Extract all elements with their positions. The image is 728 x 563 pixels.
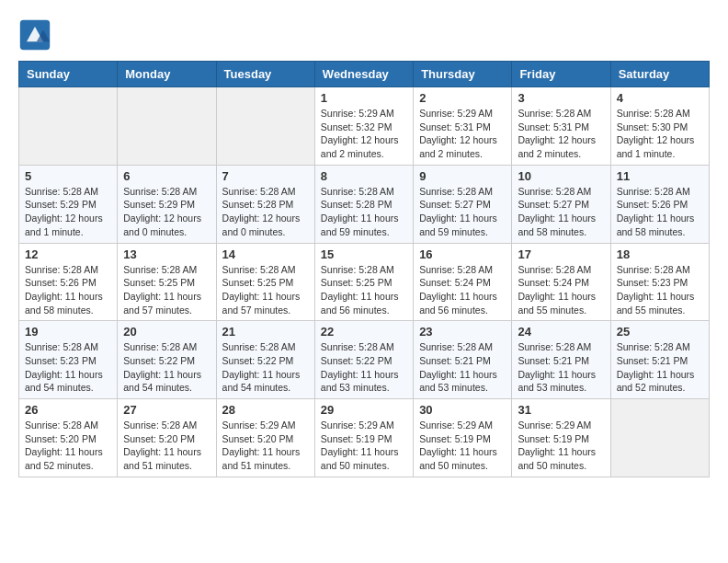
day-info: Sunrise: 5:28 AM Sunset: 5:20 PM Dayligh…: [25, 419, 111, 473]
day-number: 9: [419, 169, 506, 183]
day-number: 11: [617, 169, 703, 183]
day-info: Sunrise: 5:28 AM Sunset: 5:24 PM Dayligh…: [518, 263, 604, 317]
calendar-cell: 28Sunrise: 5:29 AM Sunset: 5:20 PM Dayli…: [216, 399, 314, 477]
day-info: Sunrise: 5:28 AM Sunset: 5:31 PM Dayligh…: [518, 107, 604, 161]
day-number: 29: [321, 403, 407, 417]
calendar-cell: 5Sunrise: 5:28 AM Sunset: 5:29 PM Daylig…: [19, 165, 118, 243]
day-info: Sunrise: 5:28 AM Sunset: 5:29 PM Dayligh…: [123, 185, 210, 239]
day-info: Sunrise: 5:28 AM Sunset: 5:26 PM Dayligh…: [617, 185, 703, 239]
day-number: 31: [518, 403, 604, 417]
calendar-cell: 9Sunrise: 5:28 AM Sunset: 5:27 PM Daylig…: [414, 165, 512, 243]
calendar-cell: 3Sunrise: 5:28 AM Sunset: 5:31 PM Daylig…: [512, 87, 610, 166]
day-number: 25: [617, 325, 703, 339]
calendar-week-row: 1Sunrise: 5:29 AM Sunset: 5:32 PM Daylig…: [19, 87, 710, 166]
day-number: 18: [617, 247, 703, 261]
day-number: 5: [25, 169, 111, 183]
day-number: 10: [518, 169, 604, 183]
day-info: Sunrise: 5:28 AM Sunset: 5:23 PM Dayligh…: [617, 263, 703, 317]
logo-icon: [18, 18, 51, 52]
calendar-cell: 4Sunrise: 5:28 AM Sunset: 5:30 PM Daylig…: [610, 87, 709, 166]
calendar-cell: 19Sunrise: 5:28 AM Sunset: 5:23 PM Dayli…: [19, 321, 118, 399]
calendar-cell: 23Sunrise: 5:28 AM Sunset: 5:21 PM Dayli…: [414, 321, 512, 399]
calendar-cell: [610, 399, 709, 477]
calendar-week-row: 19Sunrise: 5:28 AM Sunset: 5:23 PM Dayli…: [19, 321, 710, 399]
calendar-cell: 14Sunrise: 5:28 AM Sunset: 5:25 PM Dayli…: [216, 243, 314, 321]
day-info: Sunrise: 5:29 AM Sunset: 5:19 PM Dayligh…: [518, 419, 604, 473]
day-of-week-header: Thursday: [414, 62, 512, 87]
day-number: 17: [518, 247, 604, 261]
calendar-cell: 30Sunrise: 5:29 AM Sunset: 5:19 PM Dayli…: [414, 399, 512, 477]
day-info: Sunrise: 5:28 AM Sunset: 5:28 PM Dayligh…: [321, 185, 407, 239]
calendar-week-row: 26Sunrise: 5:28 AM Sunset: 5:20 PM Dayli…: [19, 399, 710, 477]
day-number: 7: [222, 169, 309, 183]
calendar-cell: [118, 87, 216, 166]
day-info: Sunrise: 5:28 AM Sunset: 5:29 PM Dayligh…: [25, 185, 111, 239]
day-number: 24: [518, 325, 604, 339]
day-number: 28: [222, 403, 309, 417]
calendar-cell: 25Sunrise: 5:28 AM Sunset: 5:21 PM Dayli…: [610, 321, 709, 399]
day-of-week-header: Saturday: [610, 62, 709, 87]
day-info: Sunrise: 5:28 AM Sunset: 5:21 PM Dayligh…: [617, 340, 703, 395]
day-number: 3: [518, 91, 604, 105]
calendar-cell: 21Sunrise: 5:28 AM Sunset: 5:22 PM Dayli…: [216, 321, 314, 399]
day-number: 21: [222, 325, 309, 339]
day-info: Sunrise: 5:28 AM Sunset: 5:23 PM Dayligh…: [25, 340, 111, 395]
calendar: SundayMondayTuesdayWednesdayThursdayFrid…: [18, 61, 710, 477]
day-number: 23: [419, 325, 506, 339]
day-info: Sunrise: 5:28 AM Sunset: 5:25 PM Dayligh…: [222, 263, 309, 317]
day-of-week-header: Friday: [512, 62, 610, 87]
day-info: Sunrise: 5:29 AM Sunset: 5:32 PM Dayligh…: [321, 107, 407, 161]
day-number: 6: [123, 169, 210, 183]
day-number: 30: [419, 403, 506, 417]
calendar-cell: 10Sunrise: 5:28 AM Sunset: 5:27 PM Dayli…: [512, 165, 610, 243]
logo: [18, 18, 57, 52]
day-number: 26: [25, 403, 111, 417]
day-number: 22: [321, 325, 407, 339]
day-number: 1: [321, 91, 407, 105]
day-info: Sunrise: 5:28 AM Sunset: 5:25 PM Dayligh…: [123, 263, 210, 317]
day-info: Sunrise: 5:28 AM Sunset: 5:30 PM Dayligh…: [617, 107, 703, 161]
calendar-cell: 7Sunrise: 5:28 AM Sunset: 5:28 PM Daylig…: [216, 165, 314, 243]
day-info: Sunrise: 5:28 AM Sunset: 5:22 PM Dayligh…: [123, 340, 210, 395]
day-number: 2: [419, 91, 506, 105]
day-info: Sunrise: 5:29 AM Sunset: 5:20 PM Dayligh…: [222, 419, 309, 473]
calendar-cell: 11Sunrise: 5:28 AM Sunset: 5:26 PM Dayli…: [610, 165, 709, 243]
day-info: Sunrise: 5:28 AM Sunset: 5:27 PM Dayligh…: [419, 185, 506, 239]
calendar-week-row: 12Sunrise: 5:28 AM Sunset: 5:26 PM Dayli…: [19, 243, 710, 321]
day-info: Sunrise: 5:29 AM Sunset: 5:19 PM Dayligh…: [419, 419, 506, 473]
day-info: Sunrise: 5:28 AM Sunset: 5:26 PM Dayligh…: [25, 263, 111, 317]
calendar-cell: [216, 87, 314, 166]
day-info: Sunrise: 5:28 AM Sunset: 5:27 PM Dayligh…: [518, 185, 604, 239]
calendar-week-row: 5Sunrise: 5:28 AM Sunset: 5:29 PM Daylig…: [19, 165, 710, 243]
calendar-cell: 6Sunrise: 5:28 AM Sunset: 5:29 PM Daylig…: [118, 165, 216, 243]
calendar-cell: 18Sunrise: 5:28 AM Sunset: 5:23 PM Dayli…: [610, 243, 709, 321]
day-info: Sunrise: 5:29 AM Sunset: 5:19 PM Dayligh…: [321, 419, 407, 473]
day-number: 27: [123, 403, 210, 417]
day-number: 12: [25, 247, 111, 261]
day-number: 19: [25, 325, 111, 339]
calendar-cell: 24Sunrise: 5:28 AM Sunset: 5:21 PM Dayli…: [512, 321, 610, 399]
day-info: Sunrise: 5:28 AM Sunset: 5:24 PM Dayligh…: [419, 263, 506, 317]
calendar-cell: 29Sunrise: 5:29 AM Sunset: 5:19 PM Dayli…: [314, 399, 413, 477]
calendar-cell: 20Sunrise: 5:28 AM Sunset: 5:22 PM Dayli…: [118, 321, 216, 399]
day-of-week-header: Sunday: [19, 62, 118, 87]
calendar-cell: 22Sunrise: 5:28 AM Sunset: 5:22 PM Dayli…: [314, 321, 413, 399]
calendar-cell: 13Sunrise: 5:28 AM Sunset: 5:25 PM Dayli…: [118, 243, 216, 321]
calendar-header-row: SundayMondayTuesdayWednesdayThursdayFrid…: [19, 62, 710, 87]
day-info: Sunrise: 5:28 AM Sunset: 5:21 PM Dayligh…: [419, 340, 506, 395]
day-info: Sunrise: 5:28 AM Sunset: 5:22 PM Dayligh…: [321, 340, 407, 395]
calendar-cell: 17Sunrise: 5:28 AM Sunset: 5:24 PM Dayli…: [512, 243, 610, 321]
calendar-cell: 12Sunrise: 5:28 AM Sunset: 5:26 PM Dayli…: [19, 243, 118, 321]
calendar-cell: 26Sunrise: 5:28 AM Sunset: 5:20 PM Dayli…: [19, 399, 118, 477]
day-of-week-header: Wednesday: [314, 62, 413, 87]
calendar-cell: 8Sunrise: 5:28 AM Sunset: 5:28 PM Daylig…: [314, 165, 413, 243]
day-number: 4: [617, 91, 703, 105]
day-number: 8: [321, 169, 407, 183]
day-info: Sunrise: 5:28 AM Sunset: 5:28 PM Dayligh…: [222, 185, 309, 239]
day-number: 15: [321, 247, 407, 261]
day-number: 20: [123, 325, 210, 339]
calendar-cell: [19, 87, 118, 166]
calendar-cell: 16Sunrise: 5:28 AM Sunset: 5:24 PM Dayli…: [414, 243, 512, 321]
calendar-cell: 31Sunrise: 5:29 AM Sunset: 5:19 PM Dayli…: [512, 399, 610, 477]
day-number: 16: [419, 247, 506, 261]
